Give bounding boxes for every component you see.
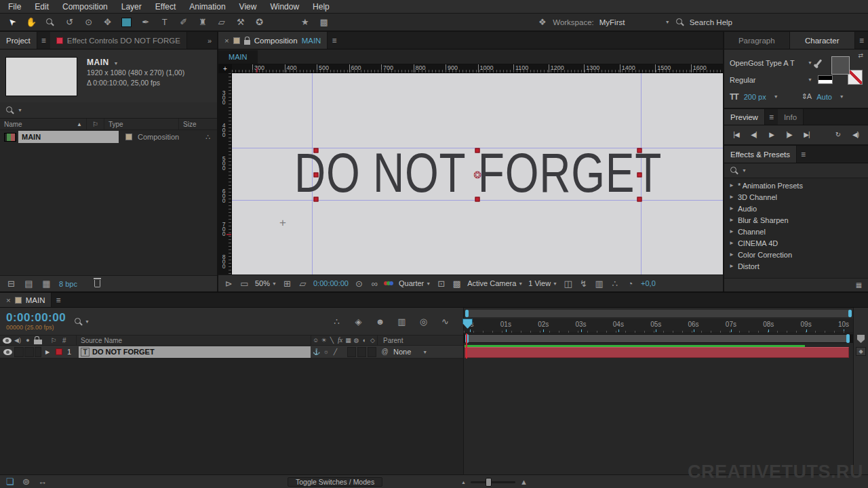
new-composition-icon[interactable]: ▦ (41, 279, 52, 288)
view-layout-select[interactable]: 1 View▼ (528, 279, 557, 287)
stroke-color-swatch[interactable] (848, 70, 863, 85)
magnification-select[interactable]: 50%▼ (255, 279, 277, 287)
lock-icon[interactable] (34, 340, 42, 344)
new-animation-preset-icon[interactable]: ▦ (854, 282, 864, 289)
workspace-icon[interactable]: ❖ (537, 18, 547, 26)
horizontal-ruler[interactable]: 3004005006007008009001000110012001300140… (232, 64, 723, 73)
layer-expand-arrow-icon[interactable]: ▶ (42, 349, 53, 355)
play-button[interactable]: ▶ (766, 131, 776, 138)
always-preview-icon[interactable]: ⊳ (224, 279, 234, 288)
effects-category[interactable]: ►3D Channel (724, 191, 868, 203)
expand-arrow-icon[interactable]: ► (729, 217, 734, 223)
zoom-in-icon[interactable]: ▲ (520, 478, 528, 486)
view-select[interactable]: Active Camera▼ (467, 279, 523, 287)
resolution-select[interactable]: Quarter▼ (399, 279, 431, 287)
work-area-end-handle[interactable] (846, 334, 850, 343)
shy-column-icon[interactable]: ☺ (312, 338, 319, 344)
eyedropper-icon[interactable] (816, 59, 822, 66)
playhead-line[interactable] (466, 333, 467, 359)
expand-arrow-icon[interactable]: ► (729, 205, 734, 211)
audio-mute-button[interactable]: ◀) (850, 131, 861, 138)
grid-mask-tool-icon[interactable]: ▩ (319, 18, 329, 26)
footer-timecode[interactable]: 0:00:00:00 (313, 279, 349, 287)
layer-source-name-cell[interactable]: T DO NOT FORGET (79, 346, 311, 358)
snapshot-icon[interactable]: ⊙ (354, 279, 364, 288)
bpc-button[interactable]: 8 bpc (59, 280, 77, 288)
column-type[interactable]: Type (104, 119, 179, 129)
effects-panel-menu-icon[interactable]: ≡ (797, 146, 810, 163)
effects-category[interactable]: ►* Animation Presets (724, 180, 868, 191)
in-out-columns-icon[interactable]: ↔ (37, 477, 47, 486)
prev-frame-button[interactable]: ◀| (749, 131, 759, 138)
frame-blending-icon[interactable]: ▥ (397, 317, 407, 326)
flowchart-icon[interactable]: ∴ (203, 134, 213, 141)
layer-switch-box[interactable] (347, 347, 356, 357)
effects-category[interactable]: ►Audio (724, 203, 868, 214)
zoom-out-icon[interactable]: ▲ (461, 480, 466, 485)
first-frame-button[interactable]: |◀ (731, 131, 741, 138)
menu-item[interactable]: Window (263, 2, 306, 12)
workspace-caret-icon[interactable]: ▼ (665, 20, 670, 24)
selection-handle[interactable] (637, 148, 642, 153)
source-name-column[interactable]: Source Name (76, 336, 311, 345)
adjustment-column-icon[interactable]: ◐ (361, 338, 368, 344)
3d-column-icon[interactable]: ◇ (369, 338, 376, 344)
comp-info-caret-icon[interactable]: ▼ (114, 61, 119, 66)
tab-info[interactable]: Info (778, 109, 804, 125)
fx-column-icon[interactable]: fx (336, 337, 344, 344)
trash-icon[interactable] (94, 280, 100, 287)
font-size-caret-icon[interactable]: ▼ (774, 94, 778, 99)
project-item-name[interactable]: MAIN (18, 131, 119, 143)
eraser-tool-icon[interactable]: ▱ (216, 18, 226, 26)
expand-arrow-icon[interactable]: ► (729, 182, 734, 188)
tab-preview[interactable]: Preview (724, 109, 765, 125)
quality-column-icon[interactable]: ╲ (328, 338, 336, 344)
video-eye-icon[interactable] (3, 338, 12, 344)
effects-search-caret-icon[interactable]: ▼ (742, 168, 747, 173)
vertical-ruler[interactable]: 300400500600700800 (218, 73, 232, 274)
reset-exposure-icon[interactable]: ◔ (625, 279, 635, 288)
parent-column[interactable]: Parent (377, 336, 463, 345)
tab-effect-controls[interactable]: Effect Controls DO NOT FORGE (50, 32, 187, 49)
timeline-empty-area[interactable] (0, 359, 463, 474)
expand-arrow-icon[interactable]: ► (729, 263, 734, 269)
parent-pickwhip-icon[interactable]: @ (380, 348, 390, 355)
character-panel-menu-icon[interactable]: ≡ (855, 32, 868, 49)
close-tab-icon[interactable]: × (6, 296, 11, 304)
comp-mini-flowchart-icon[interactable]: ∴ (332, 317, 342, 326)
tab-overflow-icon[interactable]: » (202, 32, 217, 49)
last-frame-button[interactable]: ▶| (802, 131, 812, 138)
timeline-tab-main[interactable]: × MAIN (0, 293, 52, 307)
layer-shy-icon[interactable]: ⚓ (312, 349, 321, 355)
exposure-value[interactable]: +0,0 (641, 279, 656, 287)
expand-arrow-icon[interactable]: ► (729, 228, 734, 235)
preview-panel-menu-icon[interactable]: ≡ (765, 109, 778, 125)
column-tag[interactable]: ⚐ (87, 119, 104, 129)
menu-item[interactable]: Effect (149, 2, 182, 12)
audio-icon[interactable]: ◀) (14, 338, 22, 344)
selection-handle[interactable] (637, 173, 642, 178)
timeline-panel-menu-icon[interactable]: ≡ (52, 293, 64, 307)
zoom-slider[interactable] (471, 481, 515, 483)
navigator-start-handle[interactable] (465, 310, 469, 317)
region-of-interest-icon[interactable]: ⊡ (436, 279, 446, 288)
layer-audio-toggle[interactable] (14, 347, 24, 357)
render-order-icon[interactable]: ⊚ (21, 477, 31, 486)
ruler-corner[interactable]: + (218, 64, 232, 73)
selection-handle[interactable] (475, 148, 480, 153)
zoom-tool-icon[interactable] (45, 18, 56, 26)
primary-viewer-icon[interactable]: ▭ (239, 279, 250, 288)
effects-category[interactable]: ►Distort (724, 260, 868, 272)
pixel-aspect-icon[interactable]: ◫ (563, 279, 573, 288)
zoom-slider-handle[interactable] (486, 478, 492, 487)
solo-icon[interactable]: ● (24, 338, 32, 344)
lock-icon[interactable] (244, 40, 250, 45)
show-channels-icon[interactable] (385, 281, 393, 285)
timeline-search-icon[interactable] (74, 317, 83, 326)
current-timecode[interactable]: 0:00:00:00 (6, 312, 74, 323)
loop-button[interactable]: ↻ (833, 131, 843, 138)
graph-editor-icon[interactable]: ∿ (440, 317, 450, 326)
fill-color-swatch[interactable] (831, 56, 850, 75)
expand-arrow-icon[interactable]: ► (729, 240, 734, 246)
expand-arrow-icon[interactable]: ► (729, 251, 734, 258)
